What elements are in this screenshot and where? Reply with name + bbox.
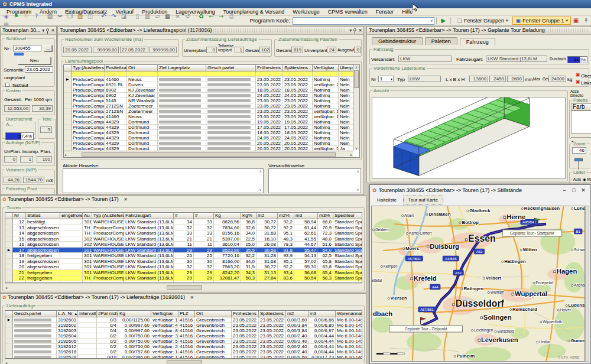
table-row[interactable]: ProduceCompany44329Dortmund19.05.202219.… <box>64 119 359 125</box>
table-row[interactable]: ▶31926010/30,00/1125,00verfügbar: 114151… <box>5 317 362 323</box>
row-selector[interactable] <box>64 93 72 98</box>
chevron-down-icon[interactable]: ∨ <box>430 18 433 23</box>
forward-icon[interactable]: → <box>217 12 226 21</box>
table-row[interactable]: ▶ProduceCompany41460Neuss23.05.202223.05… <box>64 77 359 82</box>
column-header[interactable]: Typ (Auslieferst.) ▲ <box>72 65 105 72</box>
pool-grid[interactable]: Typ (Auslieferst.) ▲PostleitzahlOrtZiel … <box>63 64 360 158</box>
nr-input[interactable]: 308455 <box>13 45 41 51</box>
grid-header[interactable]: Gesch.parteiL.A. Nr ▲Intervall#Pal nicht… <box>5 311 362 317</box>
row-selector[interactable] <box>5 225 13 231</box>
report-icon[interactable]: ▤ <box>46 12 54 21</box>
column-header[interactable]: Frühestens <box>232 311 259 317</box>
new-icon[interactable]: ▯ <box>133 12 142 21</box>
row-selector[interactable] <box>5 328 13 333</box>
column-header[interactable]: Spätestens <box>259 311 286 317</box>
menu-cpms-verwalten[interactable]: CPMS verwalten <box>324 8 372 16</box>
beladung-panel-header[interactable]: Tourenplan 308455 <Editierbar> -> Touren… <box>367 27 591 35</box>
row-selector[interactable]: ▶ <box>64 77 72 82</box>
table-row[interactable]: 31926040/20,00/750,00verfügbar: 341516Gr… <box>5 333 362 339</box>
table-row[interactable]: 22freigegebenTHProducerCompanyLKW Standa… <box>5 275 362 281</box>
table-row[interactable]: 23abgeschlossenTHProducerCompanyLKW Stan… <box>5 281 362 284</box>
column-header[interactable]: Spätestens <box>283 65 313 72</box>
column-header[interactable]: Typ (Auslieferst.) <box>92 213 124 219</box>
column-header[interactable]: Status <box>26 213 60 219</box>
column-header[interactable]: Überprodu <box>339 65 354 72</box>
maximize-button[interactable]: □ <box>569 187 579 193</box>
column-header[interactable]: Nr <box>13 213 26 219</box>
ablade-hinweise-input[interactable]: ∧∨ <box>63 168 264 193</box>
pool-hscrollbar[interactable]: ◂▸ <box>64 151 353 157</box>
save-icon[interactable]: ▦ <box>163 12 172 21</box>
undo-icon[interactable]: ↶ <box>99 12 108 21</box>
column-header[interactable]: m3 <box>309 311 336 317</box>
table-row[interactable]: ProduceCompany2712SNZoetermeer23.05.2022… <box>64 109 359 114</box>
table-row[interactable]: 31926030/40,00/997,60verfügbar: 841516Gr… <box>5 328 362 333</box>
tab-fahrzeug[interactable]: Fahrzeug <box>460 38 495 46</box>
touren-hscrollbar[interactable]: ◂ <box>5 284 362 290</box>
table-row[interactable]: ProduceCompany2712SNZoetermeer23.05.2022… <box>64 103 359 109</box>
column-header[interactable]: m2 <box>286 311 309 317</box>
close-icon[interactable]: ✕ <box>51 27 55 34</box>
row-selector[interactable] <box>5 281 13 284</box>
row-selector[interactable] <box>64 119 72 125</box>
addrow-icon[interactable]: ▥ <box>143 12 152 21</box>
column-header[interactable] <box>64 65 72 72</box>
erase-icon[interactable]: ◪ <box>119 12 128 21</box>
menu-fenster[interactable]: Fenster <box>372 8 398 16</box>
grid-header[interactable]: NrStatuseingefrorenAuTyp (Auslieferst.)F… <box>5 213 362 219</box>
table-row[interactable]: 31926050/20,00/750,00verfügbar: 541516Gr… <box>5 339 362 344</box>
tab-tour-auf-karte[interactable]: Tour auf Karte <box>403 196 443 204</box>
paste-icon[interactable]: ▨ <box>76 12 85 21</box>
column-header[interactable]: m3 <box>294 213 318 219</box>
column-header[interactable]: Ort <box>127 65 158 72</box>
column-header[interactable]: m3% <box>318 213 333 219</box>
lief-grid[interactable]: Gesch.parteiL.A. Nr ▲Intervall#Pal nicht… <box>5 310 362 359</box>
truck-3d-view[interactable] <box>372 98 565 178</box>
touren-grid[interactable]: NrStatuseingefrorenAuTyp (Auslieferst.)F… <box>5 212 362 283</box>
table-row[interactable]: ProduceCompany41460Neuss23.05.202223.05.… <box>64 114 359 119</box>
column-header[interactable]: L.A. Nr ▲ <box>57 311 78 317</box>
pin-icon[interactable] <box>46 28 49 31</box>
side-panel-header[interactable]: Tourenplan 30... ▾✕ <box>1 27 56 35</box>
zoom-slider[interactable] <box>574 158 583 161</box>
window-titlebar[interactable]: CPMS Integrated <box>0 0 591 8</box>
table-row[interactable]: ProduceCompany6921 RLDuiven23.05.202223.… <box>64 82 359 87</box>
column-header[interactable]: Gesch.partei <box>13 311 57 317</box>
row-selector[interactable] <box>5 355 13 359</box>
table-row[interactable]: 13abgeschlossenTHProducerCompanyLKW Stan… <box>5 225 362 231</box>
chevron-down-icon[interactable]: ▾ <box>349 27 352 34</box>
help-icon[interactable]: ? <box>32 12 41 21</box>
table-row[interactable]: 31926020/40,00/997,60verfügbar: 4741516G… <box>5 323 362 328</box>
close-icon[interactable]: ✕ <box>124 197 128 202</box>
row-selector[interactable]: ▶ <box>5 317 13 323</box>
column-header[interactable]: Kg% <box>241 213 256 219</box>
chevron-down-icon[interactable]: ▾ <box>42 27 44 34</box>
tab-gebindestruktur[interactable]: Gebindestruktur <box>372 37 423 45</box>
column-header[interactable]: Ziel Lagerplatz <box>158 65 206 72</box>
print-icon[interactable]: ⎙ <box>227 12 236 21</box>
touren-panel-header[interactable]: ✿ Tourenplan 308455 <Editierbar> -> Tour… <box>1 196 366 204</box>
row-selector[interactable] <box>64 109 72 114</box>
back-icon[interactable]: ← <box>207 12 216 21</box>
row-selector[interactable] <box>5 323 13 328</box>
row-selector[interactable] <box>5 242 13 248</box>
table-row[interactable]: 31926180/20,00/757,60verfügbar: 1841516G… <box>5 349 362 355</box>
app-nav-icon[interactable]: ◈ <box>2 12 11 21</box>
row-selector[interactable] <box>64 130 72 135</box>
nr-browse-button[interactable]: ... <box>44 45 52 51</box>
attach-icon[interactable]: ◫ <box>86 12 95 21</box>
table-row[interactable] <box>64 72 359 77</box>
table-row[interactable]: 12bestätigt301WAREHOUSELKW Standard (13,… <box>5 219 362 225</box>
edit-icon[interactable]: ▱ <box>153 12 162 21</box>
row-selector[interactable] <box>5 253 13 259</box>
column-header[interactable]: #Pal nicht <box>97 311 118 317</box>
table-row[interactable]: 31926280/100,00/2386,00verfügbar: 173415… <box>5 355 362 359</box>
column-header[interactable]: # <box>174 213 194 219</box>
table-row[interactable]: 18freigegeben301WAREHOUSELKW Standard (1… <box>5 253 362 259</box>
tab-paletten[interactable]: Paletten <box>425 37 457 45</box>
redo-icon[interactable]: ↷ <box>109 12 118 21</box>
row-selector[interactable] <box>5 333 13 339</box>
row-selector[interactable] <box>64 82 72 87</box>
column-header[interactable]: # <box>194 213 214 219</box>
table-row[interactable]: 16abgeschlossen302WAREHOUSELKW Standard … <box>5 242 362 248</box>
